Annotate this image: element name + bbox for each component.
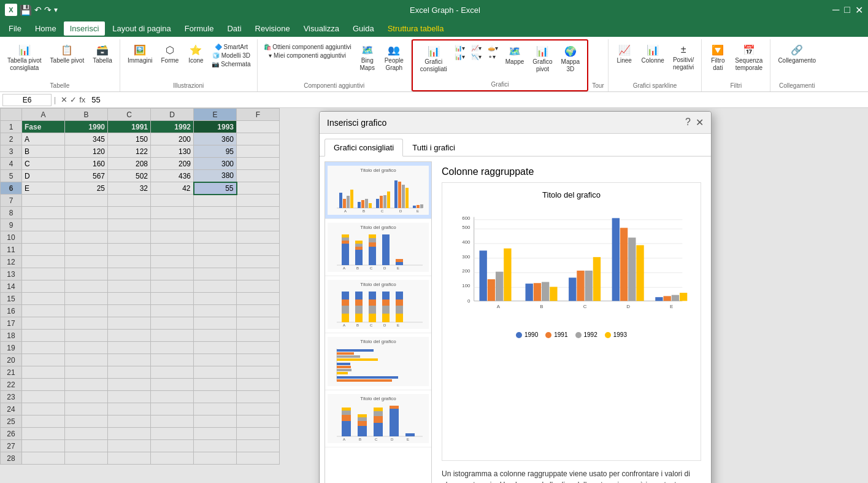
menu-home[interactable]: Home [29, 21, 63, 36]
mappa3d-btn[interactable]: 🌍 Mappa3D [558, 44, 584, 74]
menu-file[interactable]: File [2, 21, 28, 36]
tabella-pivot-label: Tabella pivotconsigliata [7, 57, 42, 72]
icone-btn[interactable]: ⭐ Icone [183, 43, 208, 66]
svg-rect-60 [382, 306, 390, 314]
linee-icon: 📈 [618, 44, 631, 56]
svg-rect-126 [542, 282, 549, 301]
scatter-chart-btn[interactable]: ⚬▾ [485, 53, 498, 61]
modelli3d-btn[interactable]: 🧊 Modelli 3D [209, 52, 253, 60]
sequenza-temporale-btn[interactable]: 📅 Sequenzatemporale [731, 43, 766, 73]
dialog-close-btn[interactable]: ✕ [696, 117, 704, 128]
bing-btn[interactable]: 🗺️ BingMaps [355, 43, 380, 73]
cancel-formula-icon[interactable]: ✕ [61, 95, 67, 104]
dialog-content: Titolo del grafico [320, 156, 711, 483]
schermata-btn[interactable]: 📷 Schermata [209, 60, 253, 68]
redo-btn[interactable]: ↷ [44, 5, 52, 15]
svg-text:D: D [383, 266, 386, 270]
miei-btn[interactable]: ▾ Miei componenti aggiuntivi [261, 52, 354, 60]
forme-btn[interactable]: ⬡ Forme [157, 43, 182, 66]
close-btn[interactable]: ✕ [855, 4, 863, 16]
svg-rect-61 [382, 299, 390, 306]
tour-group-label: Tour [592, 81, 604, 90]
confirm-formula-icon[interactable]: ✓ [70, 95, 77, 104]
window-title: Excel Graph - Excel [410, 6, 480, 15]
menu-struttura[interactable]: Struttura tabella [382, 21, 450, 36]
tabella-pivot-btn[interactable]: 📊 Tabella pivotconsigliata [4, 43, 45, 73]
line-chart-btn[interactable]: 📈▾ [469, 44, 484, 52]
pie-chart-btn[interactable]: 🥧▾ [485, 44, 501, 52]
menu-visualizza[interactable]: Visualizza [298, 21, 345, 36]
people-graph-btn[interactable]: 👥 PeopleGraph [381, 43, 407, 73]
svg-rect-98 [405, 433, 415, 436]
menu-guida[interactable]: Guida [347, 21, 380, 36]
immagini-btn[interactable]: 🖼️ Immagini [124, 43, 156, 66]
maximize-btn[interactable]: □ [844, 4, 850, 15]
ottieni-btn[interactable]: 🛍️ Ottieni componenti aggiuntivi [261, 43, 354, 51]
svg-rect-120 [488, 279, 495, 301]
colonne-sparkline-btn[interactable]: 📊 Colonne [638, 43, 668, 66]
col-chart-icon: 📊▾ [455, 45, 465, 52]
menu-inserisci[interactable]: Inserisci [64, 21, 106, 36]
svg-rect-35 [369, 242, 376, 247]
tab-grafici-consigliati[interactable]: Grafici consigliati [325, 139, 403, 156]
positivi-negativi-btn[interactable]: ± Positivi/negativi [669, 43, 697, 72]
chart-list[interactable]: Titolo del grafico [325, 161, 432, 483]
insert-function-icon[interactable]: fx [79, 95, 85, 104]
customize-btn[interactable]: ▾ [54, 6, 58, 14]
tab-tutti-grafici[interactable]: Tutti i grafici [403, 139, 464, 156]
svg-rect-4 [350, 190, 353, 208]
area-chart-btn[interactable]: 📉▾ [469, 53, 484, 61]
svg-rect-90 [358, 417, 367, 421]
chart-preview-title-3: Titolo del grafico [360, 282, 396, 287]
name-box[interactable] [2, 94, 52, 106]
chart-description: Un istogramma a colonne raggruppate vien… [442, 468, 701, 483]
chart-preview-3[interactable]: Titolo del grafico [325, 276, 431, 333]
menu-formule[interactable]: Formule [179, 21, 220, 36]
filtro-dati-btn[interactable]: 🔽 Filtrodati [705, 43, 730, 73]
svg-rect-12 [387, 191, 390, 208]
chart-preview-5[interactable]: Titolo del grafico [325, 390, 431, 447]
tabelle-pivot-btn[interactable]: 📋 Tabelle pivot [47, 43, 88, 66]
illustrazioni-group-label: Illustrazioni [173, 81, 204, 90]
chart-preview-img-4: Titolo del grafico [328, 337, 429, 386]
mappe-btn[interactable]: 🗺️ Mappe [502, 44, 528, 67]
menu-layout[interactable]: Layout di pagina [106, 21, 177, 36]
linee-btn[interactable]: 📈 Linee [612, 43, 637, 66]
chart-preview-4[interactable]: Titolo del grafico [325, 333, 431, 390]
ribbon-group-filtri: 🔽 Filtrodati 📅 Sequenzatemporale Filtri [702, 39, 770, 91]
svg-rect-57 [369, 299, 376, 306]
ribbon-group-tour: Tour [588, 39, 608, 91]
chart-preview-title-1: Titolo del grafico [360, 168, 396, 173]
svg-text:C: C [583, 304, 587, 309]
undo-btn[interactable]: ↶ [34, 5, 42, 15]
title-bar-left: X 💾 ↶ ↷ ▾ [5, 4, 58, 16]
smartart-btn[interactable]: 🔷 SmartArt [209, 43, 253, 51]
svg-text:D: D [383, 323, 386, 327]
menu-dati[interactable]: Dati [221, 21, 247, 36]
collegamenti-buttons: 🔗 Collegamento [774, 41, 820, 81]
col-chart-btn[interactable]: 📊▾ [452, 44, 467, 52]
minimize-btn[interactable]: ─ [832, 4, 839, 15]
formula-separator: | [54, 96, 56, 104]
grafici-consigliati-btn[interactable]: 📊 Graficiconsigliati [417, 44, 451, 74]
dialog-help-btn[interactable]: ? [685, 117, 691, 128]
title-bar-right: ─ □ ✕ [832, 4, 863, 16]
grafici-group-label: Grafici [491, 80, 509, 89]
tabella-btn[interactable]: 🗃️ Tabella [89, 43, 116, 66]
ribbon-group-illustrazioni: 🖼️ Immagini ⬡ Forme ⭐ Icone 🔷 SmartArt 🧊… [120, 39, 258, 91]
chart-preview-2[interactable]: Titolo del grafico [325, 219, 431, 276]
svg-rect-31 [355, 247, 363, 250]
chart-preview-1[interactable]: Titolo del grafico [325, 162, 431, 219]
schermata-icon: 📷 Schermata [212, 61, 250, 68]
bar-chart-btn[interactable]: 📊▾ [452, 53, 467, 61]
svg-rect-93 [374, 416, 383, 423]
grafico-pivot-btn[interactable]: 📊 Graficopivot [529, 44, 556, 74]
svg-rect-91 [358, 414, 367, 417]
chart-preview-img-1: Titolo del grafico [328, 166, 429, 215]
svg-rect-50 [342, 292, 349, 299]
save-btn[interactable]: 💾 [20, 4, 32, 16]
formula-input[interactable] [90, 94, 866, 106]
menu-revisione[interactable]: Revisione [249, 21, 296, 36]
formula-icons: ✕ ✓ fx [58, 95, 88, 104]
collegamento-btn[interactable]: 🔗 Collegamento [774, 43, 820, 66]
